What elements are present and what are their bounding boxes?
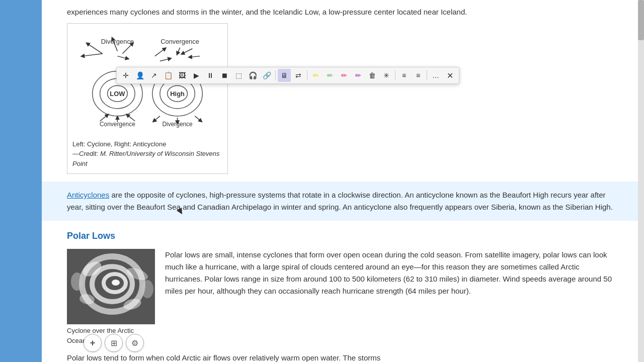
intro-section: experiences many cyclones and storms in … <box>42 0 638 182</box>
anticyclones-text: Anticyclones are the opposite of cyclone… <box>67 189 613 213</box>
scrollbar[interactable] <box>638 0 644 362</box>
left-sidebar <box>0 0 42 362</box>
toolbar-move[interactable]: ✛ <box>119 69 132 82</box>
toolbar-list2[interactable]: ≡ <box>412 69 425 82</box>
monitor-button[interactable]: ⊞ <box>105 334 123 352</box>
toolbar-pen-pink[interactable]: ✏ <box>338 69 351 82</box>
main-content: experiences many cyclones and storms in … <box>42 0 638 362</box>
plus-icon: + <box>90 338 96 348</box>
toolbar-pause[interactable]: ⏸ <box>204 69 217 82</box>
polar-image <box>67 249 155 324</box>
cursor-arrow <box>177 208 185 216</box>
polar-image-inner <box>67 249 155 324</box>
toolbar-screen[interactable]: 🖥 <box>278 69 291 82</box>
anticyclones-body: are the opposite of cyclones, high-press… <box>67 191 613 211</box>
toolbar-list[interactable]: ≡ <box>397 69 411 82</box>
cursor <box>178 209 188 219</box>
toolbar-shuffle[interactable]: ⇄ <box>292 69 305 82</box>
toolbar: ✛ 👤 ↗ 📋 🖼 ▶ ⏸ ⏹ ⬚ 🎧 🔗 🖥 ⇄ ✏ ✏ ✏ ✏ 🗑 ✳ ≡ … <box>116 67 459 84</box>
toolbar-book[interactable]: 📋 <box>162 69 175 82</box>
svg-point-39 <box>141 280 153 298</box>
polar-image-caption: Cyclone over the Arctic <box>67 327 155 334</box>
polar-lows-text: Polar lows are small, intense cyclones t… <box>165 249 613 297</box>
scrollbar-thumb[interactable] <box>638 0 644 40</box>
figure-caption: Left: Cyclone, Right: Anticyclone —Credi… <box>72 139 222 169</box>
svg-text:Convergence: Convergence <box>160 38 199 45</box>
intro-text: experiences many cyclones and storms in … <box>67 0 613 23</box>
polar-image-svg <box>67 249 155 324</box>
toolbar-close[interactable]: ✕ <box>443 69 456 82</box>
toolbar-headphones[interactable]: 🎧 <box>246 69 259 82</box>
toolbar-starburst[interactable]: ✳ <box>380 69 393 82</box>
toolbar-pen-green[interactable]: ✏ <box>324 69 337 82</box>
toolbar-more[interactable]: … <box>429 69 442 82</box>
toolbar-separator-2 <box>307 70 307 80</box>
monitor-icon: ⊞ <box>111 338 117 348</box>
page-wrapper: experiences many cyclones and storms in … <box>0 0 644 362</box>
toolbar-image[interactable]: 🖼 <box>176 69 189 82</box>
toolbar-stop[interactable]: ⏹ <box>218 69 231 82</box>
svg-text:LOW: LOW <box>110 90 125 98</box>
toolbar-pen-yellow[interactable]: ✏ <box>309 69 323 82</box>
toolbar-select[interactable]: ⬚ <box>232 69 245 82</box>
toolbar-user[interactable]: 👤 <box>133 69 146 82</box>
anticyclones-link[interactable]: Anticyclones <box>67 191 109 199</box>
svg-text:High: High <box>170 90 185 98</box>
settings-button[interactable]: ⚙ <box>126 334 144 352</box>
polar-lows-heading: Polar Lows <box>67 231 613 241</box>
toolbar-pointer[interactable]: ↗ <box>147 69 160 82</box>
toolbar-separator-1 <box>275 70 276 80</box>
polar-lows-content: Cyclone over the Arctic Ocean Polar lows… <box>67 249 613 344</box>
toolbar-separator-4 <box>427 70 427 80</box>
polar-image-box: Cyclone over the Arctic Ocean <box>67 249 155 344</box>
cyclone-figure: Divergence Convergence <box>67 23 228 174</box>
bottom-controls: + ⊞ ⚙ <box>84 334 144 352</box>
svg-text:Divergence: Divergence <box>101 38 134 45</box>
zoom-button[interactable]: + <box>84 334 102 352</box>
anticyclones-section: Anticyclones are the opposite of cyclone… <box>42 182 638 221</box>
gear-icon: ⚙ <box>131 338 138 348</box>
toolbar-pen-blue[interactable]: ✏ <box>352 69 365 82</box>
toolbar-play[interactable]: ▶ <box>190 69 203 82</box>
svg-point-33 <box>112 280 120 286</box>
toolbar-link[interactable]: 🔗 <box>260 69 273 82</box>
svg-point-38 <box>71 273 83 291</box>
toolbar-erase[interactable]: 🗑 <box>366 69 379 82</box>
toolbar-separator-3 <box>395 70 395 80</box>
polar-lows-text2: Polar lows tend to form when cold Arctic… <box>67 352 613 362</box>
